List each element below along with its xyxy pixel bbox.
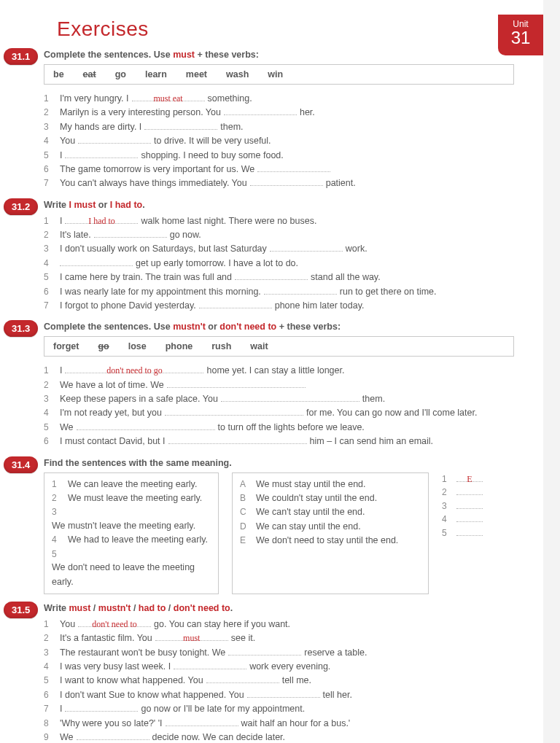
item-number: 4 <box>44 257 54 271</box>
list-item: 6 I was nearly late for my appointment t… <box>44 285 514 299</box>
text-before: My hands are dirty. I <box>60 120 141 134</box>
item-number: 3 <box>44 392 54 406</box>
text-after: shopping. I need to buy some food. <box>141 149 283 163</box>
text-after: tell me. <box>282 674 311 688</box>
item-number: C <box>240 505 250 519</box>
list-item: 1We can leave the meeting early. <box>52 478 211 491</box>
section-31-5: 31.5 Write must / mustn't / had to / don… <box>44 603 514 743</box>
fill-blank[interactable] <box>65 149 138 158</box>
fill-blank[interactable] <box>250 176 323 186</box>
list-item: 4We had to leave the meeting early. <box>52 533 211 547</box>
text-before: I <box>60 702 62 716</box>
fill-blank[interactable] <box>78 134 151 144</box>
text-after: get up early tomorrow. I have a lot to d… <box>136 257 298 271</box>
text-before: We <box>60 731 74 743</box>
item-number: E <box>240 534 250 548</box>
text-after: to turn off the lights before we leave. <box>218 421 365 435</box>
fill-blank[interactable] <box>456 486 483 495</box>
text-before: You can't always have things immediately… <box>60 176 247 190</box>
option-text: We can stay until the end. <box>256 520 361 534</box>
fill-blank[interactable] <box>456 499 483 509</box>
item-number: 2 <box>44 228 54 242</box>
fill-blank[interactable] <box>65 702 138 712</box>
text-before: I must contact David, but I <box>60 435 166 448</box>
fill-blank[interactable] <box>206 674 279 683</box>
fill-blank[interactable]: must <box>155 631 228 641</box>
text-after: decide now. We can decide later. <box>152 731 286 743</box>
text-before: The restaurant won't be busy tonight. We <box>60 646 225 660</box>
verb-box: forget go lose phone rush wait <box>44 336 514 357</box>
item-number: 2 <box>44 106 54 120</box>
fill-blank[interactable] <box>168 435 307 444</box>
list-item: 6 I must contact David, but I him – I ca… <box>44 435 514 448</box>
item-number: 7 <box>44 702 54 716</box>
item-number: 1 <box>52 478 62 491</box>
fill-blank[interactable] <box>167 378 306 388</box>
list-item: DWe can stay until the end. <box>240 520 421 534</box>
instruction: Write must / mustn't / had to / don't ne… <box>44 603 514 613</box>
fill-blank[interactable] <box>144 120 217 130</box>
fill-blank[interactable] <box>270 242 343 252</box>
fill-blank[interactable] <box>257 163 330 172</box>
fill-blank[interactable] <box>456 526 483 536</box>
text-after: see it. <box>231 631 255 645</box>
fill-blank[interactable] <box>77 421 215 430</box>
instruction: Write I must or I had to. <box>44 200 514 210</box>
list-item: 4 get up early tomorrow. I have a lot to… <box>44 257 514 271</box>
fill-blank[interactable] <box>60 257 133 266</box>
list-item: 3 My hands are dirty. I them. <box>44 120 514 134</box>
fill-blank[interactable] <box>77 731 149 740</box>
text-after: home yet. I can stay a little longer. <box>206 364 344 378</box>
fill-blank[interactable] <box>247 688 320 698</box>
item-number: 7 <box>44 176 54 190</box>
fill-blank[interactable] <box>221 392 359 402</box>
option-text: We couldn't stay until the end. <box>256 491 377 505</box>
option-text: We must leave the meeting early. <box>68 491 202 505</box>
fill-blank[interactable] <box>456 513 483 522</box>
fill-blank[interactable] <box>174 660 246 669</box>
fill-blank[interactable]: I had to <box>65 214 138 224</box>
list-item: 2 It's late. go now. <box>44 228 514 242</box>
text-before: I <box>60 214 62 228</box>
item-list: 1 I'm very hungry. I must eat something.… <box>44 92 514 191</box>
fill-blank[interactable] <box>228 646 301 656</box>
list-item: 3 Keep these papers in a safe place. You… <box>44 392 514 406</box>
fill-blank[interactable]: don't need to <box>78 618 151 627</box>
fill-blank[interactable]: don't need to go <box>65 364 203 373</box>
item-number: 1 <box>44 214 54 228</box>
item-number: 5 <box>44 271 54 284</box>
fill-blank[interactable] <box>94 228 167 238</box>
item-number: 3 <box>52 505 62 519</box>
list-item: 1 You don't need to go. You can stay her… <box>44 618 514 631</box>
text-after: him – I can send him an email. <box>310 435 434 448</box>
matching-grid: 1We can leave the meeting early.2We must… <box>44 472 514 594</box>
item-number: 2 <box>44 378 54 392</box>
fill-blank[interactable]: E <box>456 472 483 482</box>
item-list: 1 I I had to walk home last night. There… <box>44 214 514 314</box>
text-after: go now or I'll be late for my appointmen… <box>141 702 305 716</box>
list-item: 3We mustn't leave the meeting early. <box>52 505 211 533</box>
fill-blank[interactable] <box>165 406 303 416</box>
fill-blank[interactable] <box>264 285 337 295</box>
text-before: I <box>60 149 62 163</box>
list-item: 5 I shopping. I need to buy some food. <box>44 149 514 163</box>
text-before: I'm not ready yet, but you <box>60 406 162 420</box>
fill-blank[interactable] <box>166 717 238 726</box>
text-after: work. <box>346 242 368 256</box>
item-number: 1 <box>442 472 452 486</box>
item-list: 1 I don't need to go home yet. I can sta… <box>44 364 514 448</box>
text-after: tell her. <box>323 688 352 702</box>
fill-blank[interactable] <box>224 106 297 115</box>
list-item: 1E <box>442 472 486 486</box>
item-number: 4 <box>442 513 452 526</box>
fill-blank[interactable]: must eat <box>132 92 205 101</box>
item-number: 1 <box>44 364 54 378</box>
text-before: You <box>60 134 75 148</box>
item-number: 4 <box>52 533 62 547</box>
fill-blank[interactable] <box>235 271 308 280</box>
option-text: We can't stay until the end. <box>256 505 365 519</box>
fill-blank[interactable] <box>199 299 272 308</box>
item-number: 8 <box>44 717 54 731</box>
list-item: 4 You to drive. It will be very useful. <box>44 134 514 148</box>
list-item: 1 I I had to walk home last night. There… <box>44 214 514 228</box>
